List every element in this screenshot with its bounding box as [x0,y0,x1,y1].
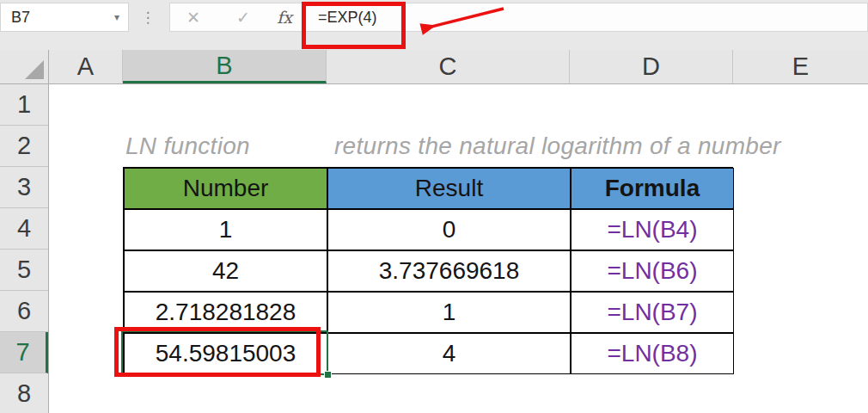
row-header-4[interactable]: 4 [0,208,48,250]
cell-b7-active[interactable]: 54.59815003 [124,333,327,374]
formula-toolbar: B7 ▾ ⋮ ✕ ✓ fx =EXP(4) [0,0,868,50]
column-header-e[interactable]: E [733,50,868,83]
table-header-number[interactable]: Number [124,168,327,209]
cell-b4[interactable]: 1 [124,209,327,250]
cell-c5[interactable]: 3.737669618 [327,250,571,292]
select-all-triangle-icon [25,60,44,79]
cell-d6[interactable]: =LN(B7) [571,292,734,333]
name-box-value[interactable]: B7 [1,9,106,27]
cell-d4[interactable]: =LN(B4) [571,209,734,250]
row-header-column: 1 2 3 4 5 6 7 8 [0,84,49,413]
fill-handle[interactable] [324,371,332,379]
column-header-row: A B C D E [49,50,868,84]
row-header-1[interactable]: 1 [0,84,48,126]
cell-d5[interactable]: =LN(B6) [571,250,734,292]
row-header-6[interactable]: 6 [0,291,48,332]
row-header-3[interactable]: 3 [0,167,48,208]
note-title-cell[interactable]: LN function [125,126,250,167]
row-header-5[interactable]: 5 [0,250,48,291]
note-description-cell[interactable]: returns the natural logarithm of a numbe… [334,126,781,167]
row-header-2[interactable]: 2 [0,126,48,167]
row-header-7[interactable]: 7 [0,332,48,373]
cell-c4[interactable]: 0 [327,209,571,250]
formula-bar[interactable]: ✕ ✓ fx =EXP(4) [169,3,868,32]
ln-function-table: Number Result Formula 1 0 =LN(B4) 42 3.7… [123,167,733,373]
cell-c6[interactable]: 1 [327,292,571,333]
cell-b6[interactable]: 2.718281828 [124,292,327,333]
table-header-formula[interactable]: Formula [571,168,734,209]
name-box-dropdown-icon[interactable]: ▾ [106,11,128,23]
column-header-a[interactable]: A [49,50,123,83]
insert-function-icon[interactable]: fx [272,3,297,31]
table-header-result[interactable]: Result [327,168,571,209]
cancel-icon[interactable]: ✕ [182,3,205,31]
formula-bar-value[interactable]: =EXP(4) [318,3,377,31]
row-header-8[interactable]: 8 [0,373,48,413]
enter-icon[interactable]: ✓ [232,3,254,31]
name-box[interactable]: B7 ▾ [0,3,129,32]
column-header-c[interactable]: C [327,50,570,83]
excel-window: B7 ▾ ⋮ ✕ ✓ fx =EXP(4) A B C D E 1 [0,0,868,413]
cell-c7[interactable]: 4 [327,333,571,374]
toolbar-separator-dots-icon: ⋮ [140,3,156,32]
column-header-b[interactable]: B [123,50,327,83]
cell-b5[interactable]: 42 [124,250,327,292]
select-all-button[interactable] [0,50,49,84]
column-header-d[interactable]: D [570,50,733,83]
cell-d7[interactable]: =LN(B8) [571,333,734,374]
